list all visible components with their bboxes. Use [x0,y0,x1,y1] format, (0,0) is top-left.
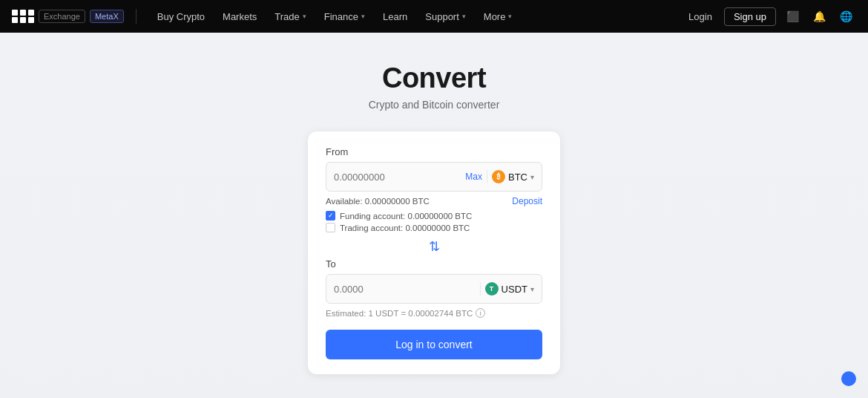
available-text: Available: 0.00000000 BTC [326,197,430,206]
metax-badge[interactable]: MetaX [90,10,124,23]
nav-learn[interactable]: Learn [374,0,416,33]
converter-card: From Max ₿ BTC ▾ Available: 0.00000000 B… [308,131,560,374]
checkmark-icon: ✓ [328,212,334,219]
login-button[interactable]: Login [683,8,718,25]
swap-button[interactable]: ⇅ [326,235,542,258]
convert-button[interactable]: Log in to convert [326,330,542,359]
signup-button[interactable]: Sign up [724,7,776,26]
funding-label: Funding account: 0.00000000 BTC [340,212,472,221]
svg-rect-4 [20,17,26,23]
header-right: Login Sign up ⬛ 🔔 🌐 [683,6,856,27]
deposit-link[interactable]: Deposit [512,196,542,206]
estimated-text: Estimated: 1 USDT = 0.00002744 BTC [326,309,473,318]
svg-rect-5 [28,17,34,23]
available-row: Available: 0.00000000 BTC Deposit [326,196,542,206]
more-arrow-icon: ▾ [508,13,512,20]
svg-rect-1 [20,10,26,16]
trade-arrow-icon: ▾ [303,13,306,20]
okx-logo [12,10,34,23]
to-token-name: USDT [502,284,527,295]
page-title: Convert [382,62,486,94]
to-input-row: T USDT ▾ [326,274,542,304]
to-token-selector[interactable]: T USDT ▾ [480,282,534,296]
from-input-row: Max ₿ BTC ▾ [326,162,542,192]
nav-markets[interactable]: Markets [214,0,266,33]
globe-icon[interactable]: 🌐 [835,6,856,27]
nav-trade[interactable]: Trade ▾ [266,0,315,33]
header: Exchange MetaX Buy Crypto Markets Trade … [0,0,868,33]
to-amount-input[interactable] [334,284,476,295]
main-content: Convert Crypto and Bitcoin converter Fro… [0,33,868,398]
from-token-selector[interactable]: ₿ BTC ▾ [487,170,534,183]
logo-wrap: Exchange MetaX [12,10,124,23]
bell-icon[interactable]: 🔔 [809,6,829,27]
header-divider [136,9,137,24]
nav-buy-crypto[interactable]: Buy Crypto [148,0,214,33]
support-arrow-icon: ▾ [462,13,466,20]
nav-support[interactable]: Support ▾ [416,0,475,33]
from-label: From [326,146,542,157]
funding-account-row: ✓ Funding account: 0.00000000 BTC [326,211,542,221]
nav-more[interactable]: More ▾ [475,0,522,33]
nav-finance[interactable]: Finance ▾ [315,0,374,33]
scroll-indicator [841,371,856,386]
to-token-chevron-icon: ▾ [530,285,534,293]
trading-account-row: Trading account: 0.00000000 BTC [326,223,542,232]
usdt-icon: T [485,282,499,296]
page-subtitle: Crypto and Bitcoin converter [369,99,500,111]
max-button[interactable]: Max [465,172,482,182]
swap-icon: ⇅ [429,240,440,253]
from-token-chevron-icon: ▾ [530,173,534,181]
download-icon[interactable]: ⬛ [782,6,803,27]
svg-rect-3 [12,17,18,23]
from-amount-input[interactable] [334,172,461,183]
estimated-row: Estimated: 1 USDT = 0.00002744 BTC i [326,308,542,318]
finance-arrow-icon: ▾ [361,13,365,20]
svg-rect-0 [12,10,18,16]
to-label: To [326,258,542,270]
btc-icon: ₿ [492,170,505,183]
info-icon[interactable]: i [476,308,485,318]
trading-checkbox[interactable] [326,223,335,232]
funding-checkbox[interactable]: ✓ [326,211,335,221]
from-token-name: BTC [508,172,527,183]
svg-rect-2 [28,10,34,16]
main-nav: Buy Crypto Markets Trade ▾ Finance ▾ Lea… [148,0,674,33]
trading-label: Trading account: 0.00000000 BTC [340,224,470,232]
exchange-badge[interactable]: Exchange [39,10,85,23]
